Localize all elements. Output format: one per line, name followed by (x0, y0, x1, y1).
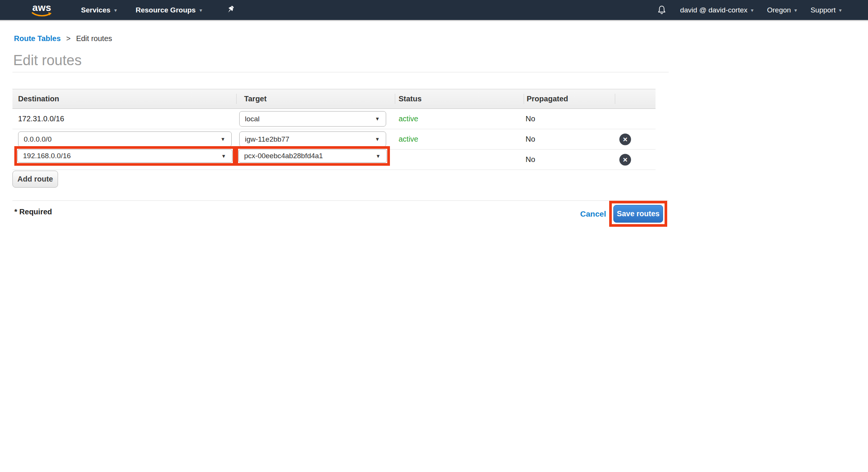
user-account-label: david @ david-cortex (680, 6, 747, 14)
destination-dropdown-value: 192.168.0.0/16 (23, 152, 71, 160)
select-caret-icon: ▼ (376, 153, 381, 159)
column-header-target: Target (244, 89, 267, 108)
table-row: 172.31.0.0/16 local ▼ active No (12, 109, 656, 129)
target-dropdown[interactable]: local ▼ (239, 111, 386, 127)
routes-table: Destination Target Status Propagated 172… (12, 89, 656, 170)
propagated-value: No (526, 150, 535, 170)
services-menu[interactable]: Services ▾ (81, 0, 117, 20)
bell-icon (657, 5, 666, 15)
support-menu[interactable]: Support ▾ (810, 6, 842, 14)
pushpin-icon (226, 5, 235, 15)
highlight-box-target: pcx-00eebc4ab28bfd4a1 ▼ (235, 146, 390, 166)
propagated-value: No (526, 129, 535, 149)
services-menu-label: Services (81, 6, 110, 14)
caret-down-icon: ▾ (114, 7, 117, 13)
notifications-bell-button[interactable] (657, 5, 666, 15)
region-label: Oregon (767, 6, 791, 14)
destination-dropdown[interactable]: 0.0.0.0/0 ▼ (18, 131, 232, 147)
save-routes-button[interactable]: Save routes (613, 205, 663, 223)
delete-route-button[interactable]: ✕ (619, 154, 631, 165)
select-caret-icon: ▼ (375, 116, 380, 122)
breadcrumb: Route Tables > Edit routes (14, 34, 112, 43)
status-badge: active (399, 109, 418, 129)
highlight-box-destination: 192.168.0.0/16 ▼ (14, 146, 235, 166)
navbar-right-cluster: david @ david-cortex ▾ Oregon ▾ Support … (657, 0, 842, 20)
close-x-icon: ✕ (623, 156, 628, 163)
close-x-icon: ✕ (623, 136, 628, 143)
cancel-link[interactable]: Cancel (580, 209, 606, 218)
highlight-box-save: Save routes (609, 201, 667, 227)
select-caret-icon: ▼ (375, 136, 380, 142)
support-label: Support (810, 6, 836, 14)
breadcrumb-link-route-tables[interactable]: Route Tables (14, 34, 61, 43)
column-divider (236, 94, 237, 104)
breadcrumb-separator: > (66, 34, 71, 43)
breadcrumb-current: Edit routes (76, 34, 112, 43)
column-divider (615, 94, 615, 104)
aws-logo-text: aws (32, 3, 52, 12)
caret-down-icon: ▾ (751, 7, 753, 13)
column-header-destination: Destination (18, 89, 59, 108)
column-header-propagated: Propagated (527, 89, 568, 108)
resource-groups-menu[interactable]: Resource Groups ▾ (136, 0, 202, 20)
aws-logo[interactable]: aws (32, 0, 52, 20)
target-dropdown[interactable]: pcx-00eebc4ab28bfd4a1 ▼ (238, 149, 387, 163)
column-header-status: Status (399, 89, 422, 108)
footer-divider (12, 200, 669, 201)
target-dropdown-value: local (245, 115, 260, 123)
region-menu[interactable]: Oregon ▾ (767, 6, 797, 14)
select-caret-icon: ▼ (220, 136, 225, 142)
destination-dropdown-value: 0.0.0.0/0 (24, 135, 52, 144)
column-divider (524, 94, 524, 104)
user-account-menu[interactable]: david @ david-cortex ▾ (680, 6, 753, 14)
pin-shortcut-button[interactable] (226, 0, 235, 20)
add-route-button[interactable]: Add route (12, 171, 58, 188)
caret-down-icon: ▾ (199, 7, 202, 13)
resource-groups-menu-label: Resource Groups (136, 6, 196, 14)
page-title: Edit routes (13, 52, 82, 69)
destination-dropdown[interactable]: 192.168.0.0/16 ▼ (17, 149, 232, 163)
column-divider (395, 94, 395, 104)
required-note: * Required (14, 208, 52, 216)
aws-smile-icon (32, 12, 52, 17)
caret-down-icon: ▾ (839, 7, 842, 13)
propagated-value: No (526, 109, 535, 129)
caret-down-icon: ▾ (794, 7, 797, 13)
title-divider (12, 72, 669, 72)
target-dropdown-value: igw-11e2bb77 (245, 135, 289, 144)
target-dropdown[interactable]: igw-11e2bb77 ▼ (239, 131, 386, 147)
select-caret-icon: ▼ (221, 153, 226, 159)
target-dropdown-value: pcx-00eebc4ab28bfd4a1 (244, 152, 323, 160)
top-navbar: aws Services ▾ Resource Groups ▾ (0, 0, 868, 21)
table-header-row: Destination Target Status Propagated (12, 89, 656, 109)
status-badge: active (399, 129, 418, 149)
delete-route-button[interactable]: ✕ (619, 133, 631, 145)
destination-value: 172.31.0.0/16 (18, 109, 64, 129)
